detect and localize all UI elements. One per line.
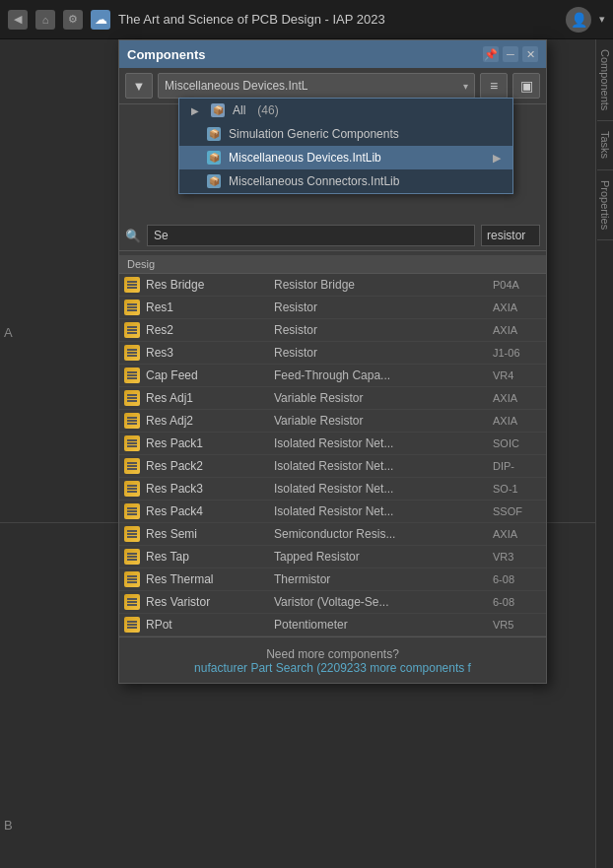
row-value: Tapped Resistor: [274, 550, 493, 564]
table-body: Res Bridge Resistor Bridge P04A Res1 Res…: [119, 274, 546, 636]
row-name: Res3: [146, 346, 274, 360]
row-value: Variable Resistor: [274, 391, 493, 405]
row-value: Resistor Bridge: [274, 278, 493, 292]
row-icon: [123, 389, 141, 407]
row-name: Res Adj2: [146, 414, 274, 428]
row-name: Res Pack1: [146, 436, 274, 450]
library-dropdown-overlay: ▶ 📦 All (46) 📦 Simulation Generic Compon…: [178, 98, 513, 194]
component-icon: [124, 571, 140, 587]
row-name: Res Semi: [146, 527, 274, 541]
app-title: The Art and Science of PCB Design - IAP …: [118, 12, 558, 27]
cloud-icon[interactable]: ☁: [91, 10, 110, 30]
sidebar-tab-properties[interactable]: Properties: [597, 170, 613, 240]
row-icon: [123, 616, 141, 634]
row-name: Res Pack2: [146, 459, 274, 473]
row-value: Isolated Resistor Net...: [274, 459, 493, 473]
row-icon: [123, 457, 141, 475]
split-view-button[interactable]: ▣: [512, 73, 540, 99]
main-area: A B Components Tasks Properties Componen…: [0, 39, 613, 868]
table-row[interactable]: Res Adj2 Variable Resistor AXIA: [119, 410, 546, 433]
row-icon: [123, 367, 141, 384]
panel-pin-button[interactable]: 📌: [483, 46, 499, 62]
row-footprint: P04A: [493, 279, 542, 291]
col-value-header: [270, 258, 538, 270]
dropdown-item-all[interactable]: ▶ 📦 All (46): [179, 99, 512, 122]
misc-conn-icon: 📦: [207, 174, 221, 188]
row-icon: [123, 548, 141, 566]
table-row[interactable]: Res Bridge Resistor Bridge P04A: [119, 274, 546, 297]
table-row[interactable]: Res Pack1 Isolated Resistor Net... SOIC: [119, 433, 546, 455]
dropdown-item-sim[interactable]: 📦 Simulation Generic Components: [179, 122, 512, 146]
components-panel: Components 📌 ─ ✕ ▼ Miscellaneous Devices…: [118, 39, 547, 684]
row-icon: [123, 480, 141, 498]
table-row[interactable]: Res Thermal Thermistor 6-08: [119, 568, 546, 591]
row-value: Isolated Resistor Net...: [274, 436, 493, 450]
row-icon: [123, 434, 141, 452]
table-row[interactable]: Res3 Resistor J1-06: [119, 342, 546, 365]
row-name: Res2: [146, 323, 274, 337]
row-footprint: J1-06: [493, 347, 542, 359]
component-icon: [124, 435, 140, 451]
row-name: Res1: [146, 300, 274, 314]
panel-close-button[interactable]: ✕: [522, 46, 538, 62]
panel-bottom: Need more components? nufacturer Part Se…: [119, 636, 546, 683]
dropdown-item-misc-conn[interactable]: 📦 Miscellaneous Connectors.IntLib: [179, 169, 512, 193]
settings-icon[interactable]: ⚙: [63, 10, 83, 30]
component-icon: [124, 300, 140, 315]
row-footprint: AXIA: [493, 324, 542, 336]
need-more-text: Need more components?: [127, 647, 538, 661]
panel-minimize-button[interactable]: ─: [503, 46, 518, 62]
filter-input[interactable]: [481, 225, 540, 246]
menu-button[interactable]: ≡: [480, 73, 508, 99]
canvas-label-a: A: [4, 325, 13, 340]
row-footprint: 6-08: [493, 573, 542, 585]
library-dropdown[interactable]: Miscellaneous Devices.IntL ▾: [158, 73, 475, 99]
table-row[interactable]: Res Varistor Varistor (Voltage-Se... 6-0…: [119, 591, 546, 614]
table-row[interactable]: Res2 Resistor AXIA: [119, 319, 546, 342]
component-icon: [124, 367, 140, 383]
table-row[interactable]: Res1 Resistor AXIA: [119, 297, 546, 319]
row-icon: [123, 502, 141, 520]
back-button[interactable]: ◀: [8, 10, 28, 30]
row-icon: [123, 276, 141, 294]
home-icon[interactable]: ⌂: [35, 10, 55, 30]
row-icon: [123, 299, 141, 316]
search-row: 🔍: [119, 221, 546, 251]
row-value: Thermistor: [274, 572, 493, 586]
row-value: Varistor (Voltage-Se...: [274, 595, 493, 609]
sidebar-tab-components[interactable]: Components: [597, 39, 613, 121]
row-icon: [123, 321, 141, 339]
row-value: Isolated Resistor Net...: [274, 504, 493, 518]
row-value: Semiconductor Resis...: [274, 527, 493, 541]
row-icon: [123, 593, 141, 611]
table-row[interactable]: Res Pack2 Isolated Resistor Net... DIP-: [119, 455, 546, 478]
sidebar-tab-tasks[interactable]: Tasks: [597, 121, 613, 169]
row-footprint: AXIA: [493, 415, 542, 427]
component-icon: [124, 503, 140, 519]
component-icon: [124, 390, 140, 406]
table-row[interactable]: Res Semi Semiconductor Resis... AXIA: [119, 523, 546, 546]
table-row[interactable]: Res Pack4 Isolated Resistor Net... SSOF: [119, 501, 546, 523]
component-icon: [124, 526, 140, 542]
dropdown-item-misc-dev[interactable]: 📦 Miscellaneous Devices.IntLib ▶: [179, 146, 512, 169]
row-footprint: AXIA: [493, 301, 542, 313]
component-icon: [124, 345, 140, 361]
table-row[interactable]: Res Tap Tapped Resistor VR3: [119, 546, 546, 568]
avatar-chevron[interactable]: ▾: [599, 13, 605, 26]
table-row[interactable]: Res Pack3 Isolated Resistor Net... SO-1: [119, 478, 546, 501]
search-input[interactable]: [147, 225, 475, 246]
row-value: Potentiometer: [274, 618, 493, 632]
row-name: Res Pack4: [146, 504, 274, 518]
filter-button[interactable]: ▼: [125, 73, 153, 99]
all-count: (46): [257, 103, 278, 117]
table-row[interactable]: Cap Feed Feed-Through Capa... VR4: [119, 365, 546, 387]
library-selected-label: Miscellaneous Devices.IntL: [165, 79, 307, 93]
table-row[interactable]: Res Adj1 Variable Resistor AXIA: [119, 387, 546, 410]
row-name: Res Varistor: [146, 595, 274, 609]
row-value: Variable Resistor: [274, 414, 493, 428]
sim-label: Simulation Generic Components: [229, 127, 399, 141]
row-icon: [123, 412, 141, 430]
table-row[interactable]: RPot Potentiometer VR5: [119, 614, 546, 636]
manufacturer-search-link[interactable]: nufacturer Part Search (2209233 more com…: [194, 661, 471, 675]
user-avatar[interactable]: 👤: [566, 7, 591, 33]
